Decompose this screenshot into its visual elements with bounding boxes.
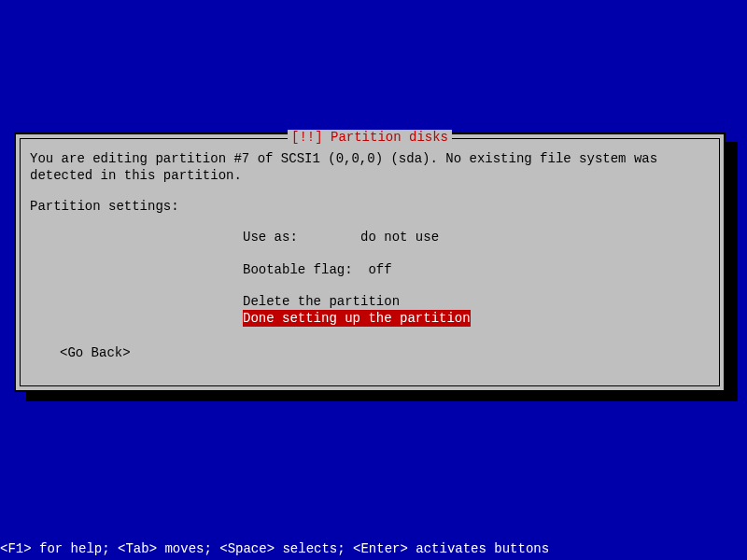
dialog-title: [!!] Partition disks — [288, 130, 452, 145]
use-as-setting[interactable]: Use as: do not use — [243, 229, 710, 245]
dialog-border: [!!] Partition disks You are editing par… — [20, 138, 720, 386]
bootable-label: Bootable flag: — [243, 262, 353, 277]
spacer — [243, 248, 710, 261]
partition-dialog: [!!] Partition disks You are editing par… — [14, 133, 726, 392]
spacer — [243, 280, 710, 293]
section-label: Partition settings: — [30, 199, 710, 214]
go-back-button[interactable]: <Go Back> — [60, 345, 710, 360]
use-as-label: Use as: — [243, 230, 298, 245]
settings-area: Use as: do not use Bootable flag: off De… — [243, 229, 710, 327]
dialog-title-text: [!!] Partition disks — [291, 130, 448, 145]
help-footer: <F1> for help; <Tab> moves; <Space> sele… — [0, 541, 549, 556]
use-as-value: do not use — [360, 230, 439, 245]
partition-description: You are editing partition #7 of SCSI1 (0… — [30, 150, 710, 184]
dialog-content: You are editing partition #7 of SCSI1 (0… — [21, 139, 719, 371]
delete-partition-action[interactable]: Delete the partition — [243, 293, 400, 310]
bootable-value: off — [368, 262, 391, 277]
bootable-setting[interactable]: Bootable flag: off — [243, 261, 710, 278]
done-setting-action[interactable]: Done setting up the partition — [243, 310, 471, 327]
